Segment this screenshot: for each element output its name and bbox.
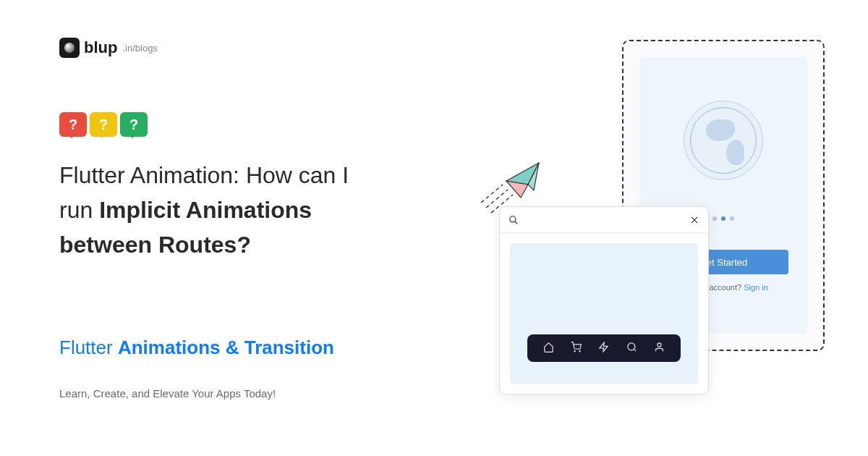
logo-name: blup xyxy=(84,38,117,57)
logo-suffix: .in/blogs xyxy=(122,43,157,54)
subtitle: Flutter Animations & Transition xyxy=(59,337,334,359)
svg-marker-12 xyxy=(600,342,608,352)
browser-mockup xyxy=(499,206,709,394)
browser-body xyxy=(510,243,698,384)
title-line1: Flutter Animation: How can I xyxy=(59,162,349,188)
dot-active xyxy=(721,216,726,221)
close-icon[interactable] xyxy=(689,215,699,225)
site-logo: blup .in/blogs xyxy=(59,38,158,58)
bubble-red: ? xyxy=(59,112,87,137)
bolt-icon[interactable] xyxy=(598,342,609,355)
svg-line-1 xyxy=(486,190,508,208)
illustration: Get Started have an account? Sign in xyxy=(499,40,839,416)
page-title: Flutter Animation: How can I run Implici… xyxy=(59,158,464,262)
search-icon[interactable] xyxy=(626,342,637,355)
question-bubbles: ? ? ? xyxy=(59,112,150,137)
subtitle-heavy: Animations & Transition xyxy=(118,337,334,358)
signin-link[interactable]: Sign in xyxy=(744,283,768,292)
svg-point-15 xyxy=(658,343,661,347)
globe-icon xyxy=(684,101,763,180)
svg-point-10 xyxy=(574,351,575,352)
svg-line-7 xyxy=(515,221,518,224)
bubble-green: ? xyxy=(120,112,148,137)
title-line2-plain: run xyxy=(59,197,99,223)
title-line3-bold: between Routes? xyxy=(59,232,251,258)
bubble-yellow: ? xyxy=(90,112,117,137)
dot xyxy=(712,216,717,221)
title-line2-bold: Implicit Animations xyxy=(99,197,312,223)
paper-plane-icon xyxy=(477,148,542,214)
dot xyxy=(730,216,734,221)
subtitle-light: Flutter xyxy=(59,337,118,358)
pagination-dots xyxy=(712,216,734,221)
svg-line-0 xyxy=(481,185,503,203)
logo-icon xyxy=(59,38,80,58)
svg-line-14 xyxy=(634,349,636,351)
svg-point-11 xyxy=(579,351,580,352)
home-icon[interactable] xyxy=(543,342,554,355)
user-icon[interactable] xyxy=(654,342,665,355)
svg-point-6 xyxy=(510,216,516,221)
cart-icon[interactable] xyxy=(571,342,582,355)
search-icon xyxy=(509,215,519,225)
browser-header xyxy=(500,207,708,233)
bottom-nav xyxy=(527,334,681,362)
tagline: Learn, Create, and Elevate Your Apps Tod… xyxy=(59,387,276,400)
svg-point-13 xyxy=(628,343,635,350)
